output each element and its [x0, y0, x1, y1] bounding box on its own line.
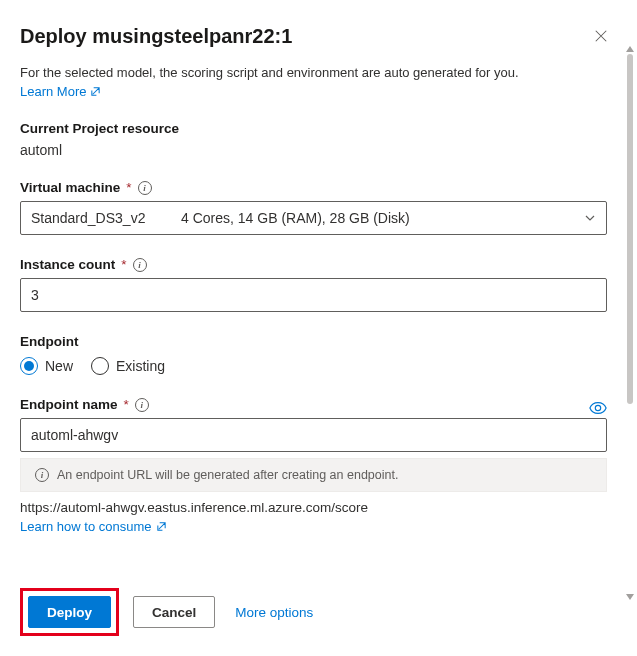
instance-section: Instance count * i: [20, 257, 607, 312]
radio-new-label: New: [45, 358, 73, 374]
required-marker: *: [126, 180, 131, 195]
endpoint-url: https://automl-ahwgv.eastus.inference.ml…: [20, 500, 607, 515]
required-marker: *: [124, 397, 129, 412]
panel-title: Deploy musingsteelpanr22:1: [20, 25, 292, 48]
info-icon[interactable]: i: [138, 181, 152, 195]
project-section: Current Project resource automl: [20, 121, 607, 158]
learn-consume-link[interactable]: Learn how to consume: [20, 519, 167, 534]
learn-consume-label: Learn how to consume: [20, 519, 152, 534]
endpoint-label: Endpoint: [20, 334, 607, 349]
chevron-down-icon: [584, 212, 596, 224]
close-icon: [594, 29, 608, 43]
more-options-link[interactable]: More options: [235, 605, 313, 620]
endpoint-name-label: Endpoint name * i: [20, 397, 149, 412]
radio-icon-unchecked: [91, 357, 109, 375]
scroll-up-arrow-icon[interactable]: [625, 44, 635, 54]
endpoint-radio-group: New Existing: [20, 357, 607, 375]
info-icon[interactable]: i: [133, 258, 147, 272]
intro-description: For the selected model, the scoring scri…: [20, 64, 607, 82]
deploy-panel: Deploy musingsteelpanr22:1 For the selec…: [0, 0, 637, 656]
learn-more-label: Learn More: [20, 84, 86, 99]
external-link-icon: [156, 521, 167, 532]
vm-section: Virtual machine * i Standard_DS3_v2 4 Co…: [20, 180, 607, 235]
instance-label: Instance count * i: [20, 257, 607, 272]
project-label: Current Project resource: [20, 121, 607, 136]
radio-existing-label: Existing: [116, 358, 165, 374]
endpoint-name-section: Endpoint name * i i An endpoint URL will…: [20, 397, 607, 534]
close-button[interactable]: [585, 20, 617, 52]
eye-icon[interactable]: [589, 399, 607, 417]
cancel-button[interactable]: Cancel: [133, 596, 215, 628]
endpoint-hint-text: An endpoint URL will be generated after …: [57, 468, 398, 482]
vm-selected-name: Standard_DS3_v2: [31, 210, 181, 226]
scroll-area[interactable]: For the selected model, the scoring scri…: [20, 64, 617, 604]
endpoint-name-label-text: Endpoint name: [20, 397, 118, 412]
endpoint-name-label-row: Endpoint name * i: [20, 397, 607, 418]
instance-label-text: Instance count: [20, 257, 115, 272]
vm-selected-spec: 4 Cores, 14 GB (RAM), 28 GB (Disk): [181, 210, 584, 226]
endpoint-hint: i An endpoint URL will be generated afte…: [20, 458, 607, 492]
instance-count-input[interactable]: [20, 278, 607, 312]
panel-header: Deploy musingsteelpanr22:1: [20, 20, 617, 52]
endpoint-section: Endpoint New Existing: [20, 334, 607, 375]
endpoint-radio-new[interactable]: New: [20, 357, 73, 375]
scrollbar[interactable]: [627, 54, 633, 590]
required-marker: *: [121, 257, 126, 272]
scroll-down-arrow-icon[interactable]: [625, 592, 635, 602]
deploy-highlight: Deploy: [20, 588, 119, 636]
vm-label: Virtual machine * i: [20, 180, 607, 195]
vm-select[interactable]: Standard_DS3_v2 4 Cores, 14 GB (RAM), 28…: [20, 201, 607, 235]
deploy-button[interactable]: Deploy: [28, 596, 111, 628]
endpoint-name-input[interactable]: [20, 418, 607, 452]
external-link-icon: [90, 86, 101, 97]
scrollbar-thumb[interactable]: [627, 54, 633, 404]
project-value: automl: [20, 142, 607, 158]
svg-point-0: [595, 405, 600, 410]
info-icon: i: [35, 468, 49, 482]
panel-footer: Deploy Cancel More options: [20, 588, 617, 636]
radio-icon-checked: [20, 357, 38, 375]
info-icon[interactable]: i: [135, 398, 149, 412]
endpoint-radio-existing[interactable]: Existing: [91, 357, 165, 375]
learn-more-link[interactable]: Learn More: [20, 84, 101, 99]
vm-label-text: Virtual machine: [20, 180, 120, 195]
